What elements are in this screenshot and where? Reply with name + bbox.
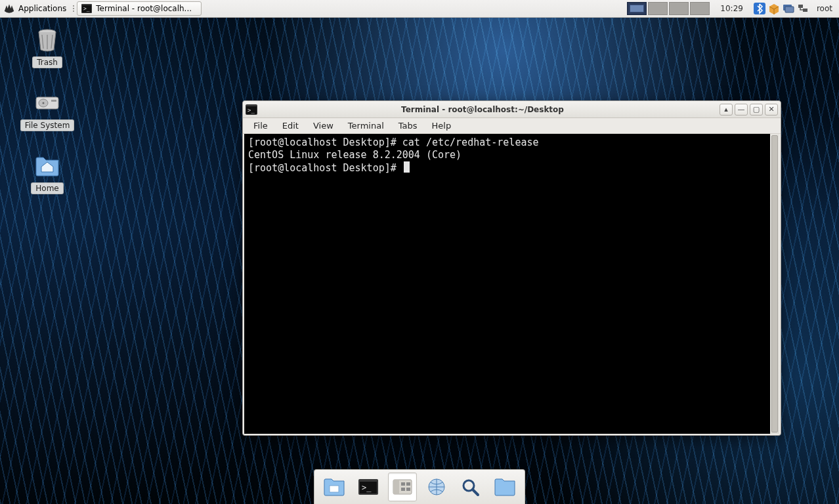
home-folder-icon [33,151,62,180]
trash-icon [33,25,62,54]
terminal-output[interactable]: [root@localhost Desktop]# cat /etc/redha… [244,134,770,434]
package-updater-icon[interactable] [768,3,780,14]
terminal-icon: >_ [81,4,92,13]
user-menu[interactable]: root [813,0,839,17]
desktop-icon-filesystem[interactable]: File System [8,88,87,131]
taskbar-item-terminal[interactable]: >_ Terminal - root@localh... [77,1,202,16]
window-close-button[interactable]: ✕ [765,104,778,116]
svg-text:>_: >_ [362,483,372,492]
svg-line-28 [473,490,478,495]
drive-icon [33,88,62,117]
panel-grip[interactable] [72,0,75,17]
workspace-2[interactable] [648,2,668,15]
chevron-up-icon: ▴ [724,105,728,114]
search-icon [460,477,482,497]
maximize-icon: ▢ [753,105,760,114]
workspace-1[interactable] [627,2,647,15]
dock-documents[interactable] [320,472,349,501]
terminal-line: CentOS Linux release 8.2.2004 (Core) [248,149,462,161]
terminal-line: [root@localhost Desktop]# [248,162,402,174]
svg-rect-5 [785,7,794,12]
desktop-icon-label: Trash [32,56,62,68]
desktop-icons: Trash File System Home [8,25,87,194]
desktop-icon-trash[interactable]: Trash [8,25,87,68]
workspace-4[interactable] [690,2,710,15]
window-maximize-button[interactable]: ▢ [750,104,763,116]
dock-file-manager[interactable] [388,472,417,501]
workspace-switcher [623,0,714,17]
minimize-icon: — [738,105,745,114]
user-name: root [817,4,832,13]
close-icon: ✕ [768,105,774,114]
window-shade-button[interactable]: ▴ [720,104,733,116]
system-tray [750,0,813,17]
svg-rect-6 [798,5,803,8]
menu-file[interactable]: File [247,119,274,132]
folder-icon [494,477,516,497]
svg-point-11 [43,102,45,104]
dock-terminal[interactable]: >_ [354,472,383,501]
menu-edit[interactable]: Edit [276,119,305,132]
svg-rect-22 [401,482,405,486]
menu-tabs[interactable]: Tabs [392,119,424,132]
workspace-3[interactable] [669,2,689,15]
svg-rect-16 [330,486,339,492]
window-titlebar[interactable]: >_ Terminal - root@localhost:~/Desktop ▴… [243,101,781,118]
bluetooth-icon[interactable] [754,3,765,14]
menu-terminal[interactable]: Terminal [341,119,391,132]
applications-menu[interactable]: Applications [0,0,72,17]
terminal-icon: >_ [357,477,379,497]
xfce-mouse-icon [3,3,16,14]
globe-icon [425,477,448,497]
file-manager-icon [391,477,414,497]
bottom-dock: >_ [314,469,525,504]
menu-view[interactable]: View [307,119,340,132]
window-menubar: File Edit View Terminal Tabs Help [243,118,781,134]
window-title: Terminal - root@localhost:~/Desktop [246,105,720,114]
network-icon[interactable] [797,3,809,14]
terminal-line: [root@localhost Desktop]# cat /etc/redha… [248,136,539,148]
dock-search[interactable] [456,472,485,501]
window-minimize-button[interactable]: — [735,104,748,116]
svg-text:>_: >_ [83,6,90,12]
svg-rect-25 [406,488,410,491]
applications-menu-label: Applications [18,4,66,13]
panel-clock[interactable]: 10:29 [714,0,750,17]
svg-rect-7 [803,9,807,12]
desktop-icon-label: File System [20,119,75,131]
desktop-icon-label: Home [31,182,63,194]
terminal-window: >_ Terminal - root@localhost:~/Desktop ▴… [242,100,781,436]
scrollbar-thumb[interactable] [771,135,778,432]
dock-web-browser[interactable] [422,472,451,501]
desktop-icon-home[interactable]: Home [8,151,87,194]
terminal-scrollbar[interactable] [770,134,779,434]
display-icon[interactable] [783,3,794,14]
top-panel: Applications >_ Terminal - root@localh..… [0,0,839,18]
svg-rect-21 [393,480,399,494]
svg-rect-24 [401,488,405,491]
folder-icon [323,477,345,497]
clock-time: 10:29 [720,4,743,13]
svg-rect-23 [406,482,410,486]
terminal-cursor [404,161,410,173]
dock-folder[interactable] [490,472,519,501]
terminal-viewport[interactable]: [root@localhost Desktop]# cat /etc/redha… [244,134,779,434]
svg-rect-12 [51,100,56,102]
taskbar-item-label: Terminal - root@localh... [96,4,192,13]
menu-help[interactable]: Help [425,119,458,132]
